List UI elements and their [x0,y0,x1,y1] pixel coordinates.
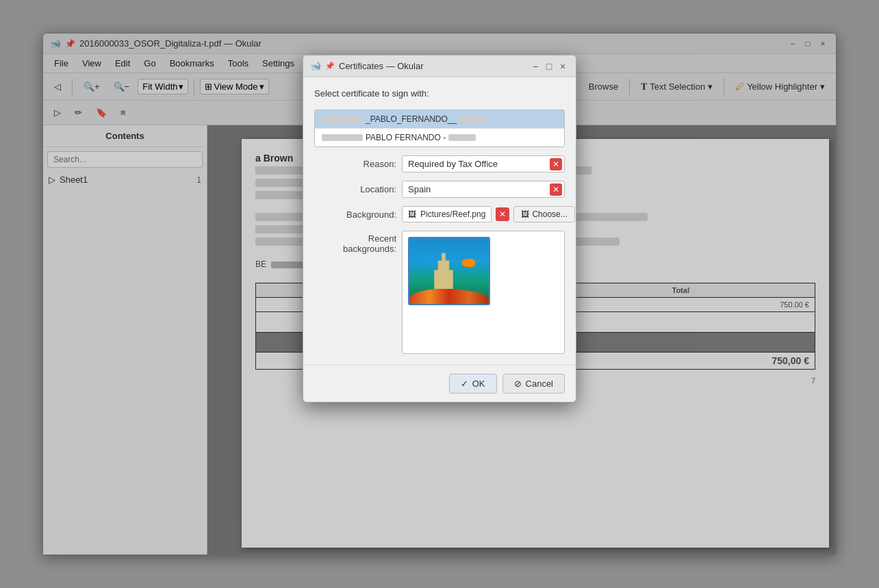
recent-backgrounds-area [402,231,565,354]
certificate-item-2[interactable]: PABLO FERNANDO - [315,129,564,146]
recent-bg-thumb-1[interactable] [408,237,490,305]
background-field-wrap: 🖼 Pictures/Reef.png ✕ 🖼 Choose... [402,206,575,222]
modal-minimize-button[interactable]: − [529,60,542,73]
cancel-label: Cancel [526,379,553,389]
background-file-name: Pictures/Reef.png [420,209,485,219]
modal-body: Select certificate to sign with: _PABLO_… [303,77,576,365]
modal-close-button[interactable]: × [557,60,569,73]
location-label: Location: [314,184,396,194]
reef-image [409,238,489,304]
background-file-icon: 🖼 [408,209,416,219]
cert-suffix-blur-1 [459,116,487,123]
modal-footer: ✓ OK ⊘ Cancel [303,365,576,402]
cancel-button[interactable]: ⊘ Cancel [502,374,565,394]
recent-backgrounds-row: Recent backgrounds: [314,231,565,354]
certificates-dialog: 🐋 📌 Certificates — Okular − □ × Select c… [303,55,576,402]
location-clear-button[interactable]: ✕ [550,183,562,196]
location-input-wrap: ✕ [402,181,565,198]
ok-checkmark-icon: ✓ [461,379,468,389]
modal-title: Certificates — Okular [339,61,424,71]
modal-maximize-button[interactable]: □ [543,60,555,73]
ok-button[interactable]: ✓ OK [449,374,497,394]
background-clear-button[interactable]: ✕ [496,207,509,221]
cert-suffix-blur-2 [448,134,476,141]
reason-row: Reason: ✕ [314,155,565,172]
modal-title-left: 🐋 📌 Certificates — Okular [310,61,424,72]
ok-label: OK [472,379,485,389]
background-row: Background: 🖼 Pictures/Reef.png ✕ 🖼 Choo… [314,206,565,222]
modal-title-bar: 🐋 📌 Certificates — Okular − □ × [303,55,576,77]
modal-app-icon: 🐋 [310,61,321,72]
location-input[interactable] [402,181,565,198]
cert-prefix-blur-1 [322,116,363,123]
modal-subtitle: Select certificate to sign with: [314,88,565,99]
cancel-circle-icon: ⊘ [514,379,522,389]
background-label: Background: [314,209,396,220]
reason-input-wrap: ✕ [402,155,565,172]
reason-input[interactable] [402,155,565,172]
modal-overlay: 🐋 📌 Certificates — Okular − □ × Select c… [0,0,879,588]
fish-shape [461,259,475,267]
certificate-list: _PABLO_FERNANDO__ PABLO FERNANDO - [314,110,565,147]
cert-prefix-blur-2 [322,134,363,141]
recent-bg-label: Recent backgrounds: [314,231,396,254]
cert-name-2: PABLO FERNANDO - [366,133,446,142]
background-choose-label: Choose... [532,209,567,219]
cert-name-1: _PABLO_FERNANDO__ [366,114,457,124]
background-choose-button[interactable]: 🖼 Choose... [513,206,574,222]
reason-clear-button[interactable]: ✕ [550,158,562,170]
certificate-item-1[interactable]: _PABLO_FERNANDO__ [315,110,564,129]
reason-label: Reason: [314,159,396,169]
modal-title-controls: − □ × [529,60,569,73]
modal-pin-icon: 📌 [325,62,335,71]
background-choose-icon: 🖼 [521,209,529,219]
background-file-label: 🖼 Pictures/Reef.png [402,206,492,222]
location-row: Location: ✕ [314,181,565,198]
